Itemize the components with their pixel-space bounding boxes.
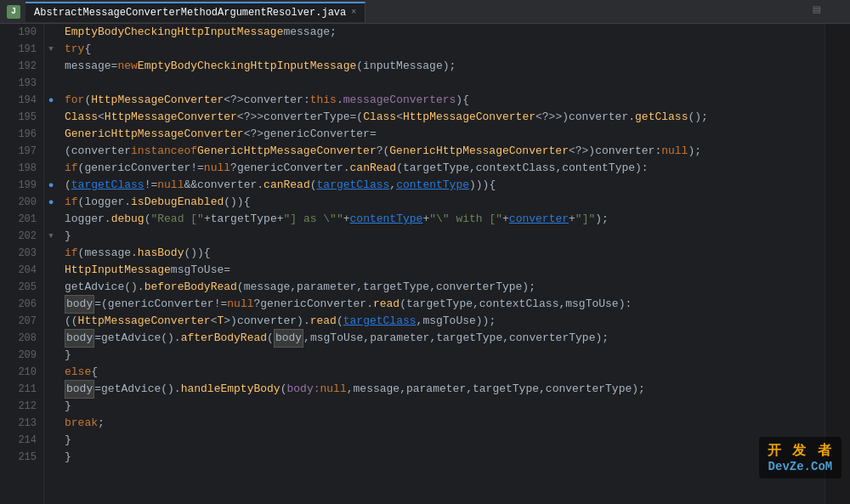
gutter-cell: [44, 126, 58, 143]
code-line: }: [65, 432, 818, 449]
code-line: ((HttpMessageConverter<T>) converter).re…: [65, 313, 818, 330]
title-bar: J AbstractMessageConverterMethodArgument…: [0, 0, 850, 24]
code-line: GenericHttpMessageConverter<?> genericCo…: [65, 126, 818, 143]
gutter-cell: [44, 109, 58, 126]
code-line: }: [65, 228, 818, 245]
tab-close[interactable]: ×: [351, 8, 356, 17]
gutter-cell: [44, 398, 58, 415]
code-line: body = getAdvice().afterBodyRead(body, m…: [65, 330, 818, 347]
gutter-cell[interactable]: ▼: [44, 41, 58, 58]
code-line: if (logger.isDebugEnabled()) {: [65, 194, 818, 211]
gutter-cell: [44, 415, 58, 432]
line-number: 215: [0, 449, 37, 466]
line-number: 210: [0, 364, 37, 381]
code-line: body = (genericConverter != null ? gener…: [65, 296, 818, 313]
line-number: 206: [0, 296, 37, 313]
code-line: message = new EmptyBodyCheckingHttpInput…: [65, 58, 818, 75]
code-line: if (genericConverter != null ? genericCo…: [65, 160, 818, 177]
code-line: EmptyBodyCheckingHttpInputMessage messag…: [65, 24, 818, 41]
line-number: 211: [0, 381, 37, 398]
watermark: 开 发 者 DevZe.CoM: [759, 437, 842, 479]
code-line: }: [65, 449, 818, 466]
code-area: EmptyBodyCheckingHttpInputMessage messag…: [58, 24, 824, 504]
line-number: 212: [0, 398, 37, 415]
gutter-cell: [44, 262, 58, 279]
line-number: 205: [0, 279, 37, 296]
gutter-cell[interactable]: ▼: [44, 228, 58, 245]
code-line: for (HttpMessageConverter<?> converter :…: [65, 92, 818, 109]
code-line: }: [65, 347, 818, 364]
gutter-cell: [44, 313, 58, 330]
line-number: 201: [0, 211, 37, 228]
line-number: 192: [0, 58, 37, 75]
line-number: 197: [0, 143, 37, 160]
line-number: 208: [0, 330, 37, 347]
tab-label: AbstractMessageConverterMethodArgumentRe…: [34, 7, 346, 19]
line-number: 193: [0, 75, 37, 92]
gutter-cell: [44, 58, 58, 75]
code-line: (converter instanceof GenericHttpMessage…: [65, 143, 818, 160]
code-line: try {: [65, 41, 818, 58]
gutter: ▼●●●▼: [44, 24, 58, 504]
gutter-cell[interactable]: ●: [44, 177, 58, 194]
gutter-cell: [44, 449, 58, 466]
code-line: getAdvice().beforeBodyRead(message, para…: [65, 279, 818, 296]
file-icon: J: [7, 5, 20, 19]
minimap[interactable]: [824, 24, 850, 504]
line-numbers: 1901911921931941951961971981992002012022…: [0, 24, 44, 504]
line-number: 198: [0, 160, 37, 177]
minimap-toggle-icon[interactable]: ▤: [813, 2, 820, 16]
gutter-cell[interactable]: ●: [44, 92, 58, 109]
line-number: 191: [0, 41, 37, 58]
gutter-cell: [44, 296, 58, 313]
line-number: 190: [0, 24, 37, 41]
line-number: 203: [0, 245, 37, 262]
watermark-line1: 开 发 者: [768, 442, 833, 460]
code-line: logger.debug("Read [" + targetType + "] …: [65, 211, 818, 228]
line-number: 214: [0, 432, 37, 449]
code-line: if (message.hasBody()) {: [65, 245, 818, 262]
gutter-cell: [44, 330, 58, 347]
gutter-cell[interactable]: ●: [44, 194, 58, 211]
line-number: 213: [0, 415, 37, 432]
line-number: 200: [0, 194, 37, 211]
code-line: (targetClass != null && converter.canRea…: [65, 177, 818, 194]
line-number: 204: [0, 262, 37, 279]
line-number: 207: [0, 313, 37, 330]
tab[interactable]: AbstractMessageConverterMethodArgumentRe…: [26, 2, 366, 22]
code-line: else {: [65, 364, 818, 381]
gutter-cell: [44, 160, 58, 177]
gutter-cell: [44, 432, 58, 449]
gutter-cell: [44, 143, 58, 160]
line-number: 194: [0, 92, 37, 109]
watermark-line2: DevZe.CoM: [768, 460, 833, 473]
editor-area: 1901911921931941951961971981992002012022…: [0, 24, 850, 504]
line-number: 195: [0, 109, 37, 126]
gutter-cell: [44, 279, 58, 296]
code-line: HttpInputMessage msgToUse =: [65, 262, 818, 279]
gutter-cell: [44, 245, 58, 262]
gutter-cell: [44, 381, 58, 398]
line-number: 202: [0, 228, 37, 245]
code-line: }: [65, 398, 818, 415]
gutter-cell: [44, 75, 58, 92]
gutter-cell: [44, 364, 58, 381]
code-line: body = getAdvice().handleEmptyBody( body…: [65, 381, 818, 398]
code-line: break;: [65, 415, 818, 432]
line-number: 209: [0, 347, 37, 364]
code-line: Class<HttpMessageConverter<?>> converter…: [65, 109, 818, 126]
code-line: [65, 75, 818, 92]
gutter-cell: [44, 347, 58, 364]
gutter-cell: [44, 24, 58, 41]
line-number: 199: [0, 177, 37, 194]
gutter-cell: [44, 211, 58, 228]
line-number: 196: [0, 126, 37, 143]
